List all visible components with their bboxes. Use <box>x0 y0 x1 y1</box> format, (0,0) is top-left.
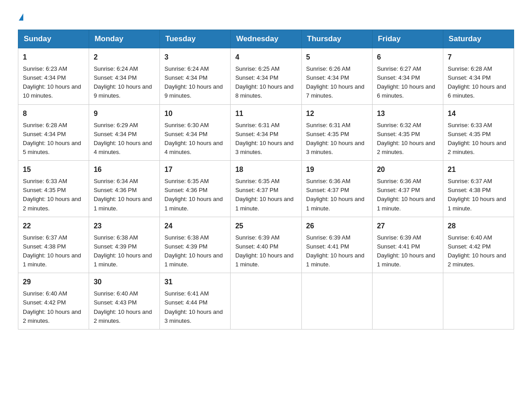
day-number: 11 <box>235 108 296 119</box>
calendar-week-row: 8 Sunrise: 6:28 AMSunset: 4:34 PMDayligh… <box>18 104 514 161</box>
day-info: Sunrise: 6:39 AMSunset: 4:40 PMDaylight:… <box>235 234 293 268</box>
header-sunday: Sunday <box>18 30 89 48</box>
day-number: 12 <box>306 108 368 119</box>
day-number: 23 <box>94 221 155 231</box>
calendar-week-row: 29 Sunrise: 6:40 AMSunset: 4:42 PMDaylig… <box>18 273 514 330</box>
calendar-day-cell: 12 Sunrise: 6:31 AMSunset: 4:35 PMDaylig… <box>301 104 372 161</box>
calendar-day-cell: 31 Sunrise: 6:41 AMSunset: 4:44 PMDaylig… <box>160 273 231 330</box>
day-number: 10 <box>164 108 226 119</box>
day-number: 16 <box>94 164 155 175</box>
calendar-day-cell <box>301 273 372 330</box>
day-info: Sunrise: 6:40 AMSunset: 4:42 PMDaylight:… <box>448 234 506 268</box>
day-info: Sunrise: 6:38 AMSunset: 4:39 PMDaylight:… <box>164 234 223 268</box>
day-info: Sunrise: 6:39 AMSunset: 4:41 PMDaylight:… <box>377 234 435 268</box>
day-number: 4 <box>235 52 296 63</box>
day-info: Sunrise: 6:28 AMSunset: 4:34 PMDaylight:… <box>23 122 81 155</box>
calendar-day-cell: 8 Sunrise: 6:28 AMSunset: 4:34 PMDayligh… <box>18 104 89 161</box>
day-info: Sunrise: 6:24 AMSunset: 4:34 PMDaylight:… <box>94 65 152 99</box>
header-monday: Monday <box>89 30 160 48</box>
calendar-day-cell: 4 Sunrise: 6:25 AMSunset: 4:34 PMDayligh… <box>231 48 301 105</box>
day-number: 24 <box>164 221 226 231</box>
calendar-day-cell: 18 Sunrise: 6:35 AMSunset: 4:37 PMDaylig… <box>231 161 301 217</box>
day-info: Sunrise: 6:32 AMSunset: 4:35 PMDaylight:… <box>377 122 435 155</box>
page-header <box>18 13 514 21</box>
calendar-day-cell: 28 Sunrise: 6:40 AMSunset: 4:42 PMDaylig… <box>443 217 514 273</box>
day-info: Sunrise: 6:40 AMSunset: 4:43 PMDaylight:… <box>94 290 152 324</box>
calendar-day-cell <box>231 273 301 330</box>
day-number: 19 <box>306 164 368 175</box>
day-number: 20 <box>377 164 438 175</box>
calendar-day-cell: 23 Sunrise: 6:38 AMSunset: 4:39 PMDaylig… <box>89 217 160 273</box>
calendar-week-row: 22 Sunrise: 6:37 AMSunset: 4:38 PMDaylig… <box>18 217 514 273</box>
calendar-day-cell: 6 Sunrise: 6:27 AMSunset: 4:34 PMDayligh… <box>372 48 443 105</box>
calendar-day-cell: 20 Sunrise: 6:36 AMSunset: 4:37 PMDaylig… <box>372 161 443 217</box>
calendar-day-cell: 14 Sunrise: 6:33 AMSunset: 4:35 PMDaylig… <box>443 104 514 161</box>
calendar-day-cell: 2 Sunrise: 6:24 AMSunset: 4:34 PMDayligh… <box>89 48 160 105</box>
calendar-day-cell: 30 Sunrise: 6:40 AMSunset: 4:43 PMDaylig… <box>89 273 160 330</box>
day-number: 29 <box>23 277 84 287</box>
calendar-week-row: 15 Sunrise: 6:33 AMSunset: 4:35 PMDaylig… <box>18 161 514 217</box>
calendar-day-cell: 16 Sunrise: 6:34 AMSunset: 4:36 PMDaylig… <box>89 161 160 217</box>
day-number: 22 <box>23 221 84 231</box>
day-number: 21 <box>448 164 509 175</box>
logo-triangle-icon <box>19 13 23 21</box>
day-number: 18 <box>235 164 296 175</box>
day-info: Sunrise: 6:31 AMSunset: 4:34 PMDaylight:… <box>235 122 293 155</box>
calendar-day-cell: 19 Sunrise: 6:36 AMSunset: 4:37 PMDaylig… <box>301 161 372 217</box>
day-number: 1 <box>23 52 84 63</box>
day-info: Sunrise: 6:34 AMSunset: 4:36 PMDaylight:… <box>94 178 152 211</box>
calendar-day-cell: 9 Sunrise: 6:29 AMSunset: 4:34 PMDayligh… <box>89 104 160 161</box>
calendar-day-cell: 10 Sunrise: 6:30 AMSunset: 4:34 PMDaylig… <box>160 104 231 161</box>
day-number: 13 <box>377 108 438 119</box>
day-number: 3 <box>164 52 226 63</box>
weekday-header-row: Sunday Monday Tuesday Wednesday Thursday… <box>18 30 514 48</box>
day-number: 5 <box>306 52 368 63</box>
day-info: Sunrise: 6:33 AMSunset: 4:35 PMDaylight:… <box>448 122 506 155</box>
calendar-day-cell: 25 Sunrise: 6:39 AMSunset: 4:40 PMDaylig… <box>231 217 301 273</box>
day-info: Sunrise: 6:27 AMSunset: 4:34 PMDaylight:… <box>377 65 435 99</box>
calendar-day-cell: 13 Sunrise: 6:32 AMSunset: 4:35 PMDaylig… <box>372 104 443 161</box>
header-wednesday: Wednesday <box>231 30 301 48</box>
day-number: 17 <box>164 164 226 175</box>
day-info: Sunrise: 6:38 AMSunset: 4:39 PMDaylight:… <box>94 234 152 268</box>
day-info: Sunrise: 6:40 AMSunset: 4:42 PMDaylight:… <box>23 290 81 324</box>
logo <box>18 13 23 21</box>
calendar-day-cell <box>372 273 443 330</box>
day-info: Sunrise: 6:39 AMSunset: 4:41 PMDaylight:… <box>306 234 365 268</box>
day-number: 31 <box>164 277 226 287</box>
header-thursday: Thursday <box>301 30 372 48</box>
day-number: 26 <box>306 221 368 231</box>
day-number: 6 <box>377 52 438 63</box>
calendar-day-cell: 24 Sunrise: 6:38 AMSunset: 4:39 PMDaylig… <box>160 217 231 273</box>
day-info: Sunrise: 6:37 AMSunset: 4:38 PMDaylight:… <box>448 178 506 211</box>
day-number: 27 <box>377 221 438 231</box>
day-info: Sunrise: 6:35 AMSunset: 4:36 PMDaylight:… <box>164 178 223 211</box>
day-info: Sunrise: 6:28 AMSunset: 4:34 PMDaylight:… <box>448 65 506 99</box>
calendar-day-cell <box>443 273 514 330</box>
day-number: 28 <box>448 221 509 231</box>
calendar-day-cell: 26 Sunrise: 6:39 AMSunset: 4:41 PMDaylig… <box>301 217 372 273</box>
calendar-day-cell: 17 Sunrise: 6:35 AMSunset: 4:36 PMDaylig… <box>160 161 231 217</box>
day-info: Sunrise: 6:30 AMSunset: 4:34 PMDaylight:… <box>164 122 223 155</box>
day-info: Sunrise: 6:35 AMSunset: 4:37 PMDaylight:… <box>235 178 293 211</box>
calendar-day-cell: 1 Sunrise: 6:23 AMSunset: 4:34 PMDayligh… <box>18 48 89 105</box>
header-saturday: Saturday <box>443 30 514 48</box>
day-number: 2 <box>94 52 155 63</box>
day-number: 9 <box>94 108 155 119</box>
day-number: 14 <box>448 108 509 119</box>
day-info: Sunrise: 6:41 AMSunset: 4:44 PMDaylight:… <box>164 290 223 324</box>
day-number: 7 <box>448 52 509 63</box>
day-info: Sunrise: 6:37 AMSunset: 4:38 PMDaylight:… <box>23 234 81 268</box>
day-info: Sunrise: 6:33 AMSunset: 4:35 PMDaylight:… <box>23 178 81 211</box>
calendar-day-cell: 3 Sunrise: 6:24 AMSunset: 4:34 PMDayligh… <box>160 48 231 105</box>
calendar-day-cell: 7 Sunrise: 6:28 AMSunset: 4:34 PMDayligh… <box>443 48 514 105</box>
day-info: Sunrise: 6:24 AMSunset: 4:34 PMDaylight:… <box>164 65 223 99</box>
day-info: Sunrise: 6:25 AMSunset: 4:34 PMDaylight:… <box>235 65 293 99</box>
calendar-day-cell: 5 Sunrise: 6:26 AMSunset: 4:34 PMDayligh… <box>301 48 372 105</box>
day-number: 8 <box>23 108 84 119</box>
calendar-week-row: 1 Sunrise: 6:23 AMSunset: 4:34 PMDayligh… <box>18 48 514 105</box>
day-number: 30 <box>94 277 155 287</box>
day-info: Sunrise: 6:26 AMSunset: 4:34 PMDaylight:… <box>306 65 365 99</box>
day-number: 15 <box>23 164 84 175</box>
day-info: Sunrise: 6:31 AMSunset: 4:35 PMDaylight:… <box>306 122 365 155</box>
